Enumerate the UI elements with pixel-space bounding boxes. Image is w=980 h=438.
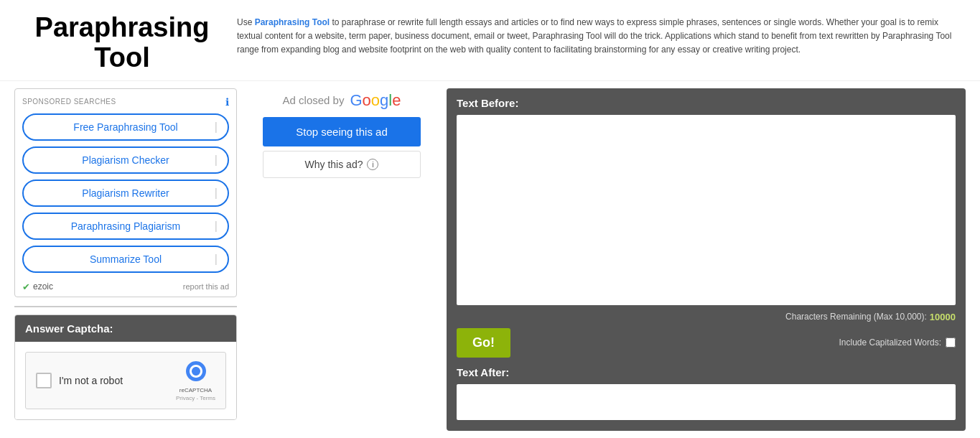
recaptcha-left: I'm not a robot [36,373,123,388]
chars-remaining-row: Characters Remaining (Max 10,000): 10000 [457,312,956,322]
ezoic-label: ezoic [33,281,53,292]
center-ad-area: Ad closed by Google Stop seeing this ad … [248,88,435,431]
ad-closed-header: Ad closed by Google [283,88,401,110]
captcha-body: I'm not a robot reCAPTCHA Privac [15,342,236,419]
sidebar-divider [14,306,237,307]
sponsored-header: SPONSORED SEARCHES ℹ [22,96,229,108]
go-row: Go! Include Capitalized Words: [457,328,956,358]
recaptcha-checkbox[interactable] [36,373,52,388]
divider-icon: | [215,187,218,200]
header-description: Use Paraphrasing Tool to paraphrase or r… [230,13,966,73]
include-cap-words-label: Include Capitalized Words: [839,337,956,348]
text-before-label: Text Before: [457,97,956,109]
search-btn-summarize[interactable]: Summarize Tool | [22,246,229,273]
ad-closed-text: Ad closed by [283,94,345,106]
ezoic-footer: ✔ ezoic report this ad [22,279,229,292]
go-button[interactable]: Go! [457,328,510,358]
stop-seeing-ad-button[interactable]: Stop seeing this ad [263,117,421,146]
recaptcha-widget[interactable]: I'm not a robot reCAPTCHA Privac [25,352,226,409]
main-layout: SPONSORED SEARCHES ℹ Free Paraphrasing T… [0,81,980,438]
why-info-icon: i [367,159,378,170]
search-btn-paraphrasing-plagiarism[interactable]: Paraphrasing Plagiarism | [22,213,229,240]
include-cap-words-checkbox[interactable] [946,337,956,348]
chars-count: 10000 [930,312,956,322]
divider-icon: | [215,121,218,134]
why-this-ad-button[interactable]: Why this ad? i [263,151,421,178]
ezoic-check-icon: ✔ [22,281,30,292]
chars-label: Characters Remaining (Max 10,000): [785,312,927,322]
recaptcha-logo-icon [185,360,207,386]
search-btn-paraphrasing[interactable]: Free Paraphrasing Tool | [22,113,229,141]
recaptcha-brand-label: reCAPTCHA [179,387,212,393]
divider-icon: | [215,220,218,233]
divider-icon: | [215,253,218,266]
google-logo: Google [350,91,401,110]
text-before-input[interactable] [457,115,956,305]
page-header: Paraphrasing Tool Use Paraphrasing Tool … [0,0,980,81]
divider-icon: | [215,154,218,167]
right-panel: Text Before: Characters Remaining (Max 1… [447,88,966,431]
recaptcha-right: reCAPTCHA Privacy - Terms [176,360,215,401]
why-ad-label: Why this ad? [305,159,363,170]
recaptcha-label: I'm not a robot [59,375,123,386]
highlight-link[interactable]: Paraphrasing Tool [255,17,330,27]
left-sidebar: SPONSORED SEARCHES ℹ Free Paraphrasing T… [14,88,237,431]
ezoic-logo: ✔ ezoic [22,281,53,292]
search-btn-plagiarism-rewriter[interactable]: Plagiarism Rewriter | [22,180,229,207]
sponsored-searches-box: SPONSORED SEARCHES ℹ Free Paraphrasing T… [14,88,237,297]
report-ad-link[interactable]: report this ad [183,282,229,291]
captcha-box: Answer Captcha: I'm not a robot [14,314,237,420]
recaptcha-links: Privacy - Terms [176,395,215,401]
captcha-header: Answer Captcha: [15,315,236,342]
description-text: to paraphrase or rewrite full length ess… [237,17,951,55]
sponsored-label: SPONSORED SEARCHES [22,98,116,106]
info-icon[interactable]: ℹ [225,96,229,108]
text-after-label: Text After: [457,366,956,378]
text-after-output[interactable] [457,384,956,420]
site-title: Paraphrasing Tool [14,13,230,73]
search-btn-plagiarism-checker[interactable]: Plagiarism Checker | [22,146,229,174]
